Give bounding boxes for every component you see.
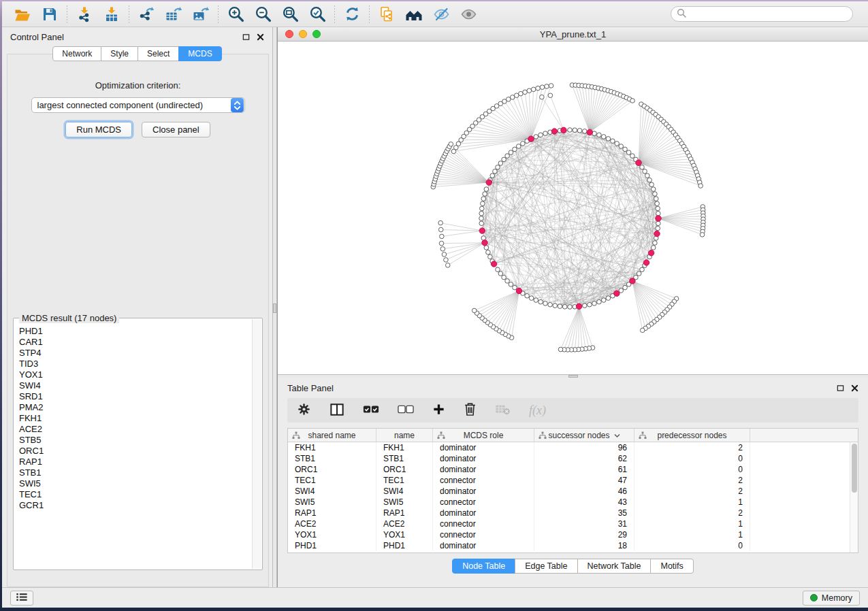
network-node[interactable] — [651, 187, 656, 192]
close-panel-button[interactable]: Close panel — [142, 122, 210, 137]
dominator-node[interactable] — [643, 260, 649, 265]
network-node[interactable] — [655, 201, 660, 206]
table-mode-button[interactable] — [297, 402, 311, 418]
dominator-node[interactable] — [516, 288, 521, 293]
export-network-button[interactable] — [133, 3, 160, 25]
network-node[interactable] — [540, 85, 545, 90]
network-node[interactable] — [514, 93, 519, 98]
network-node[interactable] — [653, 192, 658, 197]
network-node[interactable] — [640, 267, 645, 272]
network-node[interactable] — [637, 271, 641, 276]
table-row[interactable]: SWI5SWI5connector431 — [288, 497, 858, 508]
mcds-result-item[interactable]: SWI4 — [19, 380, 252, 391]
close-panel-icon[interactable] — [851, 384, 858, 392]
splitter-handle[interactable] — [273, 303, 276, 313]
network-node[interactable] — [543, 131, 548, 136]
network-node[interactable] — [519, 91, 524, 96]
mcds-result-item[interactable]: SRD1 — [19, 391, 252, 402]
network-node[interactable] — [601, 135, 606, 139]
table-row[interactable]: TEC1TEC1connector472 — [288, 475, 858, 486]
tab-select[interactable]: Select — [138, 46, 179, 61]
delete-column-button[interactable] — [464, 402, 477, 418]
network-node[interactable] — [654, 197, 658, 201]
column-header-mcds-role[interactable]: MCDS role — [433, 429, 534, 442]
refresh-layout-button[interactable] — [338, 3, 366, 25]
search-input[interactable] — [690, 10, 847, 19]
network-node[interactable] — [438, 227, 443, 232]
network-node[interactable] — [502, 157, 507, 162]
delete-table-button[interactable] — [495, 403, 511, 418]
network-node[interactable] — [656, 206, 660, 211]
network-node[interactable] — [611, 139, 615, 144]
mcds-result-item[interactable]: STB5 — [19, 435, 252, 446]
network-node[interactable] — [619, 144, 624, 149]
network-node[interactable] — [445, 263, 450, 268]
network-node[interactable] — [558, 304, 562, 309]
network-node[interactable] — [534, 298, 539, 303]
mcds-result-item[interactable]: FKH1 — [19, 413, 252, 424]
zoom-in-button[interactable] — [222, 3, 249, 25]
deselect-all-rows-button[interactable] — [398, 405, 414, 416]
first-neighbors-button[interactable] — [400, 3, 428, 25]
table-row[interactable]: PHD1PHD1dominator180 — [288, 540, 858, 551]
network-node[interactable] — [630, 99, 635, 103]
mcds-result-item[interactable]: TEC1 — [19, 489, 252, 500]
network-window-titlebar[interactable]: YPA_prune.txt_1 — [278, 27, 868, 42]
memory-button[interactable]: Memory — [803, 591, 860, 606]
table-row[interactable]: YOX1YOX1connector291 — [288, 529, 858, 540]
network-node[interactable] — [623, 147, 628, 152]
mcds-result-item[interactable]: STP4 — [19, 348, 252, 359]
network-node[interactable] — [479, 221, 484, 226]
mcds-result-item[interactable]: ACE2 — [19, 424, 252, 435]
tab-network[interactable]: Network — [52, 46, 101, 61]
network-node[interactable] — [529, 296, 534, 301]
import-network-button[interactable] — [71, 3, 98, 25]
table-row[interactable]: STB1STB1dominator620 — [288, 453, 858, 464]
network-node[interactable] — [505, 154, 510, 159]
network-node[interactable] — [626, 150, 631, 155]
network-node[interactable] — [698, 184, 703, 188]
mcds-result-item[interactable]: SWI5 — [19, 478, 252, 489]
network-node[interactable] — [656, 211, 660, 216]
network-node[interactable] — [531, 87, 536, 92]
network-node[interactable] — [573, 128, 577, 133]
network-node[interactable] — [606, 137, 611, 142]
network-node[interactable] — [645, 174, 649, 178]
network-node[interactable] — [444, 258, 449, 263]
table-row[interactable]: ORC1ORC1dominator610 — [288, 464, 858, 475]
network-node[interactable] — [509, 282, 513, 287]
network-node[interactable] — [597, 133, 602, 137]
network-node[interactable] — [643, 169, 647, 174]
create-column-button[interactable] — [432, 403, 445, 418]
export-table-button[interactable] — [160, 3, 187, 25]
network-overview-button[interactable] — [373, 3, 400, 25]
network-node[interactable] — [534, 135, 539, 139]
table-row[interactable]: ACE2ACE2connector311 — [288, 518, 858, 529]
network-node[interactable] — [484, 187, 489, 192]
network-node[interactable] — [582, 303, 587, 308]
network-node[interactable] — [582, 129, 587, 134]
tab-node-table[interactable]: Node Table — [452, 559, 515, 574]
network-node[interactable] — [640, 165, 645, 169]
run-mcds-button[interactable]: Run MCDS — [65, 122, 132, 137]
network-node[interactable] — [549, 84, 553, 88]
network-node[interactable] — [516, 144, 521, 149]
dominator-node[interactable] — [654, 231, 660, 236]
tab-mcds[interactable]: MCDS — [178, 46, 221, 61]
network-node[interactable] — [479, 216, 484, 221]
select-all-rows-button[interactable] — [363, 405, 379, 416]
network-node[interactable] — [649, 182, 654, 187]
save-session-button[interactable] — [36, 3, 63, 25]
show-all-button[interactable] — [455, 3, 482, 25]
network-node[interactable] — [438, 220, 443, 225]
network-node[interactable] — [449, 142, 453, 147]
network-node[interactable] — [513, 285, 517, 290]
network-node[interactable] — [562, 304, 567, 309]
float-panel-icon[interactable] — [242, 33, 250, 41]
network-node[interactable] — [486, 250, 491, 254]
network-node[interactable] — [558, 347, 563, 352]
show-columns-button[interactable] — [329, 403, 344, 418]
network-node[interactable] — [483, 192, 487, 197]
network-node[interactable] — [480, 206, 485, 211]
network-node[interactable] — [488, 254, 493, 259]
